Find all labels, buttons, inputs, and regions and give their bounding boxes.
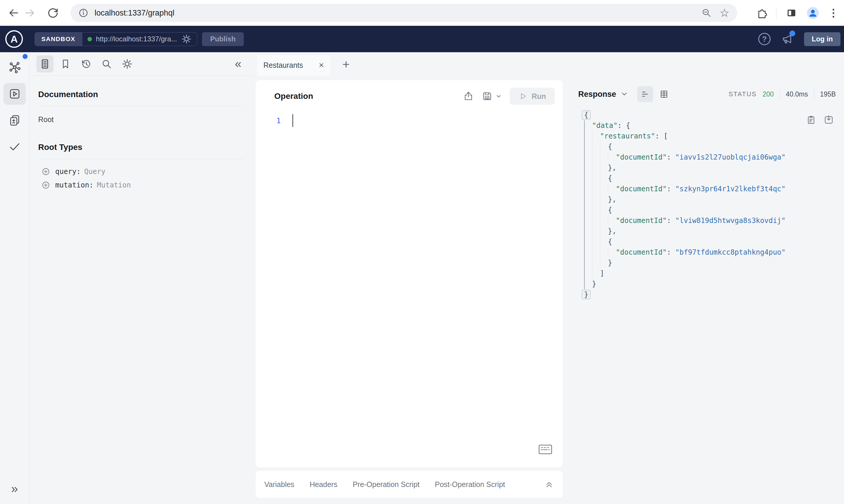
keyboard-shortcuts-icon[interactable] <box>538 444 552 455</box>
operation-editor[interactable]: 1 <box>264 113 555 128</box>
json-line: "documentId": "szkyn3pr64r1v2lkebf3t4qc" <box>584 184 836 194</box>
response-view-table-button[interactable] <box>656 86 672 102</box>
root-type-mutation-row[interactable]: mutation:Mutation <box>38 180 244 190</box>
diff-document-icon <box>8 114 21 127</box>
docs-tab-settings[interactable] <box>119 55 136 72</box>
root-types-title: Root Types <box>38 143 244 152</box>
docs-tab-history[interactable] <box>77 55 94 72</box>
tab-variables[interactable]: Variables <box>264 480 294 489</box>
extensions-puzzle-icon[interactable] <box>756 7 768 19</box>
type-name-link[interactable]: Mutation <box>97 181 131 189</box>
rail-item-explorer[interactable] <box>3 83 26 105</box>
browser-address-bar[interactable]: localhost:1337/graphql ☆ <box>70 4 737 22</box>
docs-tab-documentation[interactable] <box>36 55 53 72</box>
tab-post-operation-script[interactable]: Post-Operation Script <box>435 480 505 489</box>
status-code: 200 <box>762 90 774 98</box>
json-line: { <box>584 173 836 184</box>
json-line: }, <box>584 163 836 173</box>
response-title: Response <box>578 90 616 99</box>
connection-settings-gear-icon[interactable] <box>181 34 192 44</box>
reload-icon <box>47 7 59 19</box>
endpoint-url-text[interactable]: http://localhost:1337/gra... <box>96 35 177 43</box>
zoom-out-icon[interactable] <box>701 7 712 18</box>
endpoint-group: SANDBOX http://localhost:1337/gra... <box>35 32 197 46</box>
response-dropdown-chevron-icon[interactable] <box>620 90 628 98</box>
checkmark-icon <box>8 140 21 154</box>
save-floppy-icon <box>482 91 493 102</box>
endpoint-url-field[interactable]: http://localhost:1337/gra... <box>82 33 197 46</box>
docs-tab-bookmarks[interactable] <box>57 55 74 72</box>
root-type-query-row[interactable]: query:Query <box>38 167 244 176</box>
json-line: { <box>584 205 836 215</box>
browser-reload-button[interactable] <box>45 5 61 21</box>
bookmark-icon <box>59 58 71 70</box>
login-button[interactable]: Log in <box>804 32 841 46</box>
bookmark-star-icon[interactable]: ☆ <box>720 7 729 18</box>
browser-back-button[interactable] <box>5 5 22 21</box>
new-tab-button[interactable]: + <box>342 57 350 72</box>
explorer-play-icon <box>8 87 21 100</box>
browser-forward-button[interactable] <box>22 5 38 21</box>
help-icon[interactable]: ? <box>758 33 771 45</box>
expand-rail-button[interactable]: » <box>0 482 29 496</box>
search-icon <box>101 58 113 70</box>
download-response-icon[interactable] <box>824 114 834 125</box>
operation-editor-card: Operation Run 1 <box>256 80 563 468</box>
type-field-label: query: <box>55 167 81 176</box>
json-line: ] <box>584 268 836 279</box>
fold-marker[interactable]: { <box>582 110 590 120</box>
response-view-json-button[interactable] <box>637 86 653 102</box>
divider <box>38 106 244 107</box>
publish-button[interactable]: Publish <box>202 32 244 46</box>
profile-avatar[interactable] <box>806 6 819 19</box>
left-icon-rail: » <box>0 52 29 504</box>
operation-title: Operation <box>274 92 313 101</box>
operation-tab-strip: Restaurants × + <box>253 52 565 76</box>
history-icon <box>80 58 92 70</box>
sandbox-env-badge: SANDBOX <box>35 33 82 46</box>
response-panel: Response STATUS 200 40.0ms 195B <box>565 52 844 504</box>
operation-column: Restaurants × + Operation Run <box>253 52 565 504</box>
json-line: "restaurants": [ <box>584 131 836 141</box>
announcements-button[interactable] <box>780 32 794 46</box>
gear-icon <box>121 58 133 70</box>
json-line: "documentId": "iavv1s2l27uoblqcjai06wga" <box>584 152 836 163</box>
forward-arrow-icon <box>24 7 36 19</box>
operation-tab-label[interactable]: Restaurants <box>263 61 313 70</box>
close-tab-icon[interactable]: × <box>318 61 324 70</box>
docs-title: Documentation <box>38 90 244 99</box>
rail-item-checks[interactable] <box>3 136 26 158</box>
rail-item-schema-graph[interactable] <box>3 57 26 78</box>
supergraph-icon <box>8 61 21 74</box>
type-name-link[interactable]: Query <box>84 167 105 176</box>
side-panel-icon[interactable] <box>785 7 797 19</box>
tab-pre-operation-script[interactable]: Pre-Operation Script <box>353 480 420 489</box>
json-line: { <box>584 236 836 247</box>
json-line: }, <box>584 226 836 236</box>
rail-item-changelog[interactable] <box>3 109 26 131</box>
chevron-down-icon[interactable] <box>495 93 502 100</box>
docs-root-link[interactable]: Root <box>38 115 244 124</box>
response-duration: 40.0ms <box>786 90 808 98</box>
share-operation-icon[interactable] <box>463 91 474 102</box>
url-text[interactable]: localhost:1337/graphql <box>94 8 694 18</box>
docs-tab-search[interactable] <box>98 55 115 72</box>
fold-marker[interactable]: } <box>582 290 590 299</box>
copy-response-icon[interactable] <box>806 114 816 125</box>
apollo-logo[interactable]: A <box>5 30 23 48</box>
plus-circle-icon[interactable] <box>41 167 51 176</box>
browser-menu-icon[interactable]: ⋮ <box>828 7 839 19</box>
save-operation-button[interactable] <box>482 91 502 102</box>
expand-panel-chevrons-icon[interactable] <box>544 479 554 489</box>
plus-circle-icon[interactable] <box>41 180 51 190</box>
browser-toolbar: localhost:1337/graphql ☆ ⋮ <box>0 0 844 26</box>
site-info-icon[interactable] <box>78 7 89 18</box>
response-json[interactable]: {"data": {"restaurants": [{"documentId":… <box>578 110 836 300</box>
response-size: 195B <box>820 90 836 98</box>
operation-tab[interactable]: Restaurants × <box>256 54 331 76</box>
run-button[interactable]: Run <box>510 88 555 105</box>
collapse-docs-panel-button[interactable]: « <box>235 57 245 70</box>
back-arrow-icon <box>7 7 20 19</box>
play-icon <box>519 92 528 101</box>
tab-headers[interactable]: Headers <box>310 480 338 489</box>
